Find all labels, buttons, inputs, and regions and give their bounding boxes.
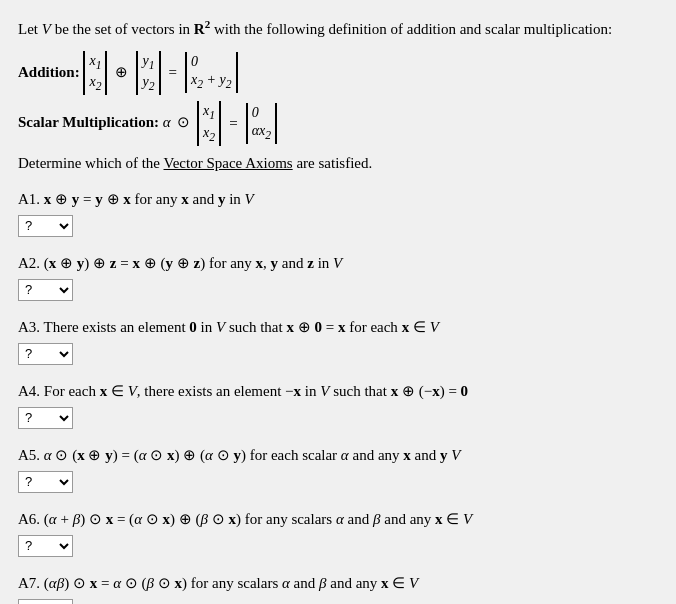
equals-1: = <box>169 59 177 86</box>
matrix-x: x1 x2 <box>83 51 107 96</box>
axiom-A4-statement: A4. For each x ∈ V, there exists an elem… <box>18 379 658 403</box>
matrix-result-scalar: 0 αx2 <box>246 103 277 144</box>
alpha-symbol: α <box>163 114 171 130</box>
scalar-equation: x1 x2 = 0 αx2 <box>197 101 277 146</box>
axiom-A7-select[interactable]: ? Yes No <box>18 599 73 605</box>
axiom-A1-statement: A1. x ⊕ y = y ⊕ x for any x and y in V <box>18 187 658 211</box>
axiom-A5-dropdown-row: ? Yes No <box>18 471 658 493</box>
intro-paragraph: Let V be the set of vectors in R2 with t… <box>18 16 658 41</box>
matrix-result-add: 0 x2 + y2 <box>185 52 238 93</box>
axiom-A6-dropdown-row: ? Yes No <box>18 535 658 557</box>
axiom-A3-statement: A3. There exists an element 0 in V such … <box>18 315 658 339</box>
axiom-A2-select[interactable]: ? Yes No <box>18 279 73 301</box>
scalar-label: Scalar Multiplication: <box>18 114 163 130</box>
axiom-A3-section: A3. There exists an element 0 in V such … <box>18 315 658 365</box>
addition-definition: Addition: x1 x2 ⊕ y1 y2 = 0 x2 + y2 <box>18 51 658 96</box>
axiom-A6-statement: A6. (α + β) ⊙ x = (α ⊙ x) ⊕ (β ⊙ x) for … <box>18 507 658 531</box>
axiom-A7-section: A7. (αβ) ⊙ x = α ⊙ (β ⊙ x) for any scala… <box>18 571 658 605</box>
matrix-x2: x1 x2 <box>197 101 221 146</box>
axiom-A4-dropdown-row: ? Yes No <box>18 407 658 429</box>
equals-2: = <box>229 110 237 137</box>
R2-label: R2 <box>194 21 210 37</box>
main-content: Let V be the set of vectors in R2 with t… <box>18 16 658 604</box>
axiom-A4-select[interactable]: ? Yes No <box>18 407 73 429</box>
addition-lhs: x1 x2 ⊕ y1 y2 = 0 x2 + y2 <box>83 51 237 96</box>
axiom-A5-section: A5. α ⊙ (x ⊕ y) = (α ⊙ x) ⊕ (α ⊙ y) for … <box>18 443 658 493</box>
scalar-definition: Scalar Multiplication: α ⊙ x1 x2 = 0 αx2 <box>18 101 658 146</box>
odot-symbol: ⊙ <box>177 114 190 130</box>
axiom-A2-dropdown-row: ? Yes No <box>18 279 658 301</box>
oplus-symbol-1: ⊕ <box>115 59 128 86</box>
addition-label: Addition: <box>18 63 83 79</box>
axiom-A1-select[interactable]: ? Yes No <box>18 215 73 237</box>
axiom-A4-section: A4. For each x ∈ V, there exists an elem… <box>18 379 658 429</box>
axiom-A3-dropdown-row: ? Yes No <box>18 343 658 365</box>
axiom-A3-select[interactable]: ? Yes No <box>18 343 73 365</box>
axiom-A2-statement: A2. (x ⊕ y) ⊕ z = x ⊕ (y ⊕ z) for any x,… <box>18 251 658 275</box>
var-V: V <box>42 21 51 37</box>
axiom-A1-dropdown-row: ? Yes No <box>18 215 658 237</box>
axiom-A5-select[interactable]: ? Yes No <box>18 471 73 493</box>
axiom-A5-statement: A5. α ⊙ (x ⊕ y) = (α ⊙ x) ⊕ (α ⊙ y) for … <box>18 443 658 467</box>
axiom-A7-dropdown-row: ? Yes No <box>18 599 658 605</box>
determine-text: Determine which of the Vector Space Axio… <box>18 152 658 175</box>
axiom-A1-section: A1. x ⊕ y = y ⊕ x for any x and y in V ?… <box>18 187 658 237</box>
axiom-A2-section: A2. (x ⊕ y) ⊕ z = x ⊕ (y ⊕ z) for any x,… <box>18 251 658 301</box>
axiom-A6-section: A6. (α + β) ⊙ x = (α ⊙ x) ⊕ (β ⊙ x) for … <box>18 507 658 557</box>
matrix-y: y1 y2 <box>136 51 160 96</box>
axiom-A7-statement: A7. (αβ) ⊙ x = α ⊙ (β ⊙ x) for any scala… <box>18 571 658 595</box>
axiom-A6-select[interactable]: ? Yes No <box>18 535 73 557</box>
